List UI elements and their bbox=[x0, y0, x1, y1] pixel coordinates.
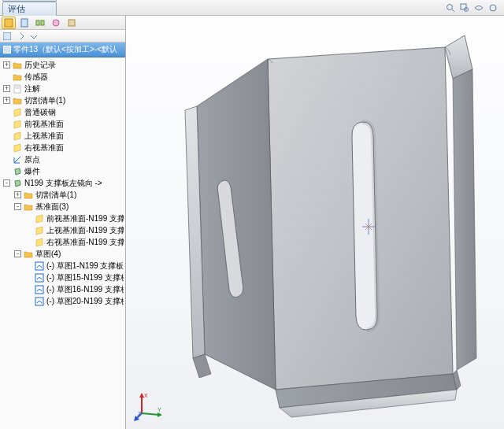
folder-icon bbox=[24, 202, 33, 212]
tree-label: (-) 草图16-N199 支撑板 bbox=[46, 284, 124, 295]
axis-x-label: X bbox=[144, 393, 148, 398]
tree-label: 普通碳钢 bbox=[24, 107, 56, 118]
feature-manager-tab[interactable] bbox=[2, 17, 16, 29]
orientation-triad[interactable]: X Y Z bbox=[134, 390, 165, 421]
dimxpert-manager-tab[interactable] bbox=[49, 17, 63, 29]
svg-marker-22 bbox=[15, 168, 20, 175]
axis-z-label: Z bbox=[138, 411, 142, 416]
svg-marker-24 bbox=[36, 215, 43, 223]
tree-label: 原点 bbox=[24, 154, 40, 165]
tree-label: 切割清单(1) bbox=[24, 95, 65, 106]
toolbar-tab[interactable]: 评估 bbox=[2, 2, 57, 17]
tree-label: N199 支撑板左镜向 -> bbox=[24, 178, 102, 189]
tree-label: (-) 草图15-N199 支撑板 bbox=[46, 272, 124, 283]
svg-rect-2 bbox=[461, 4, 466, 9]
svg-marker-45 bbox=[158, 412, 162, 417]
menu-bar: 饭图模具工具直接编辑评估DimXpert渲染工具办公室产品 bbox=[0, 0, 504, 16]
tree-node[interactable]: (-) 草图15-N199 支撑板 bbox=[0, 272, 125, 283]
part-root-node[interactable]: 零件13（默认<按加工>-<默认 bbox=[0, 43, 125, 57]
tree-node[interactable]: -N199 支撑板左镜向 -> bbox=[0, 177, 125, 189]
tree-label: (-) 草图20-N199 支撑板 bbox=[46, 296, 124, 307]
property-manager-tab[interactable] bbox=[17, 17, 32, 29]
plane-icon bbox=[13, 131, 22, 141]
tree-toggle[interactable]: + bbox=[3, 97, 10, 104]
tree-label: 前视基准面-N199 支撑板 bbox=[46, 213, 124, 224]
view-icon[interactable] bbox=[473, 2, 484, 13]
folder-icon bbox=[13, 96, 22, 105]
tree-toggle[interactable]: + bbox=[14, 191, 21, 198]
tree-node[interactable]: 前视基准面-N199 支撑板 bbox=[0, 213, 125, 224]
origin-icon bbox=[13, 155, 22, 165]
tree-label: 上视基准面 bbox=[24, 131, 64, 142]
manager-tabs bbox=[0, 16, 125, 30]
tree-node[interactable]: (-) 草图16-N199 支撑板 bbox=[0, 283, 125, 295]
svg-line-19 bbox=[14, 157, 20, 163]
tree-label: 前视基准面 bbox=[24, 119, 64, 130]
plane-icon bbox=[35, 238, 44, 247]
svg-rect-11 bbox=[3, 32, 11, 40]
search-icon[interactable] bbox=[445, 2, 456, 13]
tree-label: 草图(4) bbox=[35, 249, 61, 260]
graphics-viewport[interactable]: X Y Z bbox=[126, 16, 504, 429]
tree-node[interactable]: +历史记录 bbox=[0, 59, 125, 71]
tree-node[interactable]: -草图(4) bbox=[0, 248, 125, 260]
svg-point-4 bbox=[490, 5, 496, 11]
svg-marker-37 bbox=[197, 59, 276, 390]
tree-node[interactable]: 右视基准面-N199 支撑板 bbox=[0, 236, 125, 248]
sketch-icon bbox=[35, 285, 44, 294]
feature-manager-panel: 零件13（默认<按加工>-<默认 +历史记录传感器+注解+切割清单(1)普通碳钢… bbox=[0, 16, 126, 429]
body-icon bbox=[13, 179, 22, 188]
tree-label: 右视基准面-N199 支撑板 bbox=[46, 237, 124, 248]
tree-node[interactable]: -基准面(3) bbox=[0, 201, 125, 213]
svg-point-9 bbox=[53, 20, 59, 26]
svg-marker-39 bbox=[193, 354, 211, 378]
tree-node[interactable]: 爆件 bbox=[0, 165, 125, 177]
tree-toggle[interactable]: - bbox=[3, 179, 10, 187]
tree-node[interactable]: 右视基准面 bbox=[0, 142, 125, 153]
svg-marker-17 bbox=[14, 132, 20, 140]
folder-icon bbox=[24, 190, 33, 200]
tree-node[interactable]: +注解 bbox=[0, 83, 125, 94]
rollback-icon[interactable] bbox=[16, 31, 25, 41]
tree-node[interactable]: 传感器 bbox=[0, 71, 125, 83]
filter-bar bbox=[0, 30, 125, 43]
tree-node[interactable]: 上视基准面 bbox=[0, 130, 125, 142]
filter-features-icon[interactable] bbox=[2, 31, 12, 41]
tree-node[interactable]: 原点 bbox=[0, 153, 125, 165]
tree-label: 右视基准面 bbox=[24, 142, 64, 153]
axis-y-label: Y bbox=[158, 407, 161, 412]
sketch-icon bbox=[35, 261, 44, 271]
feature-tree[interactable]: +历史记录传感器+注解+切割清单(1)普通碳钢前视基准面上视基准面右视基准面原点… bbox=[0, 57, 125, 429]
svg-rect-10 bbox=[69, 20, 75, 26]
svg-marker-25 bbox=[36, 227, 43, 235]
config-manager-tab[interactable] bbox=[33, 17, 47, 29]
tree-label: 基准面(3) bbox=[35, 202, 69, 213]
tree-toggle[interactable]: + bbox=[3, 61, 10, 68]
tree-toggle[interactable]: - bbox=[14, 203, 21, 210]
tree-label: 注解 bbox=[24, 83, 40, 94]
tree-toggle[interactable]: - bbox=[14, 250, 21, 257]
tree-node[interactable]: 上视基准面-N199 支撑板 bbox=[0, 224, 125, 236]
tree-node[interactable]: +切割清单(1) bbox=[0, 94, 125, 106]
tree-node[interactable]: +切割清单(1) bbox=[0, 189, 125, 201]
svg-marker-15 bbox=[14, 109, 20, 116]
svg-rect-7 bbox=[36, 20, 39, 25]
expand-icon[interactable] bbox=[29, 31, 39, 41]
tree-toggle[interactable]: + bbox=[3, 85, 10, 92]
tree-node[interactable]: (-) 草图1-N199 支撑板 bbox=[0, 260, 125, 272]
appearance-icon[interactable] bbox=[487, 2, 498, 13]
plane-icon bbox=[13, 120, 22, 129]
tree-node[interactable]: 普通碳钢 bbox=[0, 106, 125, 118]
tree-label: 切割清单(1) bbox=[35, 190, 76, 201]
tree-label: (-) 草图1-N199 支撑板 bbox=[46, 261, 124, 272]
sketch-icon bbox=[35, 273, 44, 283]
svg-marker-18 bbox=[14, 144, 20, 152]
zoom-area-icon[interactable] bbox=[459, 2, 470, 13]
tree-node[interactable]: 前视基准面 bbox=[0, 118, 125, 130]
display-manager-tab[interactable] bbox=[65, 17, 79, 29]
svg-rect-5 bbox=[5, 19, 13, 27]
svg-marker-23 bbox=[15, 180, 20, 187]
plane-icon bbox=[35, 214, 44, 224]
sketch-icon bbox=[35, 297, 44, 306]
tree-node[interactable]: (-) 草图20-N199 支撑板 bbox=[0, 295, 125, 307]
